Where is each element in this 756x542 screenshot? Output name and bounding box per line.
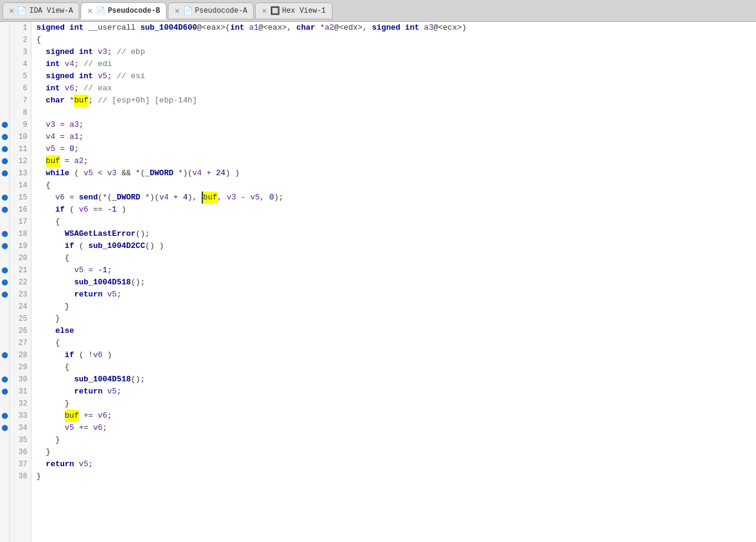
- ln-37: 37: [13, 458, 27, 470]
- ln-15: 15: [13, 192, 27, 204]
- bp-row-19: [1, 240, 8, 252]
- ln-5: 5: [13, 70, 27, 82]
- ln-14: 14: [13, 179, 27, 192]
- code-line-17: {: [36, 216, 756, 228]
- bp-row-27: [1, 337, 8, 349]
- ln-25: 25: [13, 313, 27, 325]
- code-line-13: while ( v5 < v3 && *(_DWORD *)(v4 + 24) …: [36, 167, 756, 179]
- bp-row-4: [1, 58, 8, 70]
- code-line-25: }: [36, 313, 756, 325]
- ln-28: 28: [13, 349, 27, 361]
- bp-row-16: [1, 204, 8, 216]
- tab-label-pseudocode-b: Pseudocode-B: [108, 7, 160, 15]
- code-line-30: sub_1004D518();: [36, 373, 756, 386]
- ln-18: 18: [13, 228, 27, 240]
- code-line-31: return v5;: [36, 386, 756, 398]
- code-line-16: if ( v6 == -1 ): [36, 204, 756, 216]
- ln-29: 29: [13, 361, 27, 373]
- ln-6: 6: [13, 82, 27, 95]
- code-line-3: signed int v3; // ebp: [36, 46, 756, 58]
- code-line-14: {: [36, 179, 756, 192]
- code-line-23: return v5;: [36, 289, 756, 301]
- bp-row-38: [1, 470, 8, 483]
- code-line-38: }: [36, 470, 756, 483]
- breakpoint-11: [2, 146, 8, 152]
- buf-highlight-7: buf: [74, 95, 88, 107]
- line-numbers: 1 2 3 4 5 6 7 8 9 10 11 12 13 14 15 16 1…: [10, 22, 31, 542]
- code-line-21: v5 = -1;: [36, 264, 756, 276]
- code-line-1: signed int __usercall sub_1004D600@<eax>…: [36, 22, 756, 34]
- breakpoint-12: [2, 158, 8, 164]
- ln-30: 30: [13, 373, 27, 386]
- ln-7: 7: [13, 95, 27, 107]
- breakpoint-13: [2, 170, 8, 176]
- ln-38: 38: [13, 470, 27, 483]
- bp-row-11: [1, 143, 8, 155]
- code-line-12: buf = a2;: [36, 155, 756, 167]
- code-line-19: if ( sub_1004D2CC() ): [36, 240, 756, 252]
- tab-pseudocode-a[interactable]: ✕ 📄 Pseudocode-A: [168, 2, 254, 19]
- ln-8: 8: [13, 107, 27, 119]
- buf-highlight-12: buf: [46, 155, 60, 167]
- code-line-37: return v5;: [36, 458, 756, 470]
- code-line-5: signed int v5; // esi: [36, 70, 756, 82]
- ln-22: 22: [13, 276, 27, 289]
- code-line-18: WSAGetLastError();: [36, 228, 756, 240]
- kw-signed: signed: [36, 22, 70, 34]
- breakpoint-34: [2, 425, 8, 431]
- ln-16: 16: [13, 204, 27, 216]
- breakpoint-15: [2, 195, 8, 201]
- bp-row-21: [1, 264, 8, 276]
- ln-20: 20: [13, 252, 27, 264]
- close-tab-pseudocode-a[interactable]: ✕: [174, 7, 179, 15]
- ln-35: 35: [13, 434, 27, 446]
- breakpoints-column: [0, 22, 10, 542]
- ln-13: 13: [13, 167, 27, 179]
- code-line-11: v5 = 0;: [36, 143, 756, 155]
- bp-row-31: [1, 386, 8, 398]
- code-line-27: {: [36, 337, 756, 349]
- bp-row-22: [1, 276, 8, 289]
- ln-11: 11: [13, 143, 27, 155]
- code-line-8: [36, 107, 756, 119]
- bp-row-34: [1, 422, 8, 434]
- breakpoint-19: [2, 243, 8, 249]
- ln-23: 23: [13, 289, 27, 301]
- code-line-10: v4 = a1;: [36, 131, 756, 143]
- code-funcname[interactable]: sub_1004D600: [141, 22, 197, 34]
- close-tab-pseudocode-b[interactable]: ✕: [87, 7, 92, 15]
- bp-row-13: [1, 167, 8, 179]
- tab-ida-view-a[interactable]: ✕ 📄 IDA View-A: [2, 2, 79, 19]
- bp-row-20: [1, 252, 8, 264]
- bp-row-17: [1, 216, 8, 228]
- breakpoint-33: [2, 413, 8, 419]
- code-container[interactable]: 1 2 3 4 5 6 7 8 9 10 11 12 13 14 15 16 1…: [0, 22, 756, 542]
- breakpoint-18: [2, 231, 8, 237]
- bp-row-32: [1, 398, 8, 410]
- bp-row-18: [1, 228, 8, 240]
- breakpoint-22: [2, 279, 8, 286]
- code-usercall: __usercall: [88, 22, 141, 34]
- code-line-32: }: [36, 398, 756, 410]
- breakpoint-23: [2, 292, 8, 298]
- tab-hex-view-1[interactable]: ✕ 🔲 Hex View-1: [255, 2, 332, 19]
- bp-row-25: [1, 313, 8, 325]
- ln-12: 12: [13, 155, 27, 167]
- tab-icon-ida-view-a: 📄: [17, 6, 27, 16]
- bp-row-24: [1, 301, 8, 313]
- tab-pseudocode-b[interactable]: ✕ 📄 Pseudocode-B: [81, 2, 167, 19]
- bp-row-33: [1, 410, 8, 422]
- ln-2: 2: [13, 34, 27, 46]
- bp-row-5: [1, 70, 8, 82]
- bp-row-2: [1, 34, 8, 46]
- bp-row-12: [1, 155, 8, 167]
- code-line-20: {: [36, 252, 756, 264]
- ln-33: 33: [13, 410, 27, 422]
- ln-1: 1: [13, 22, 27, 34]
- close-tab-hex-view-1[interactable]: ✕: [262, 7, 267, 15]
- code-editor[interactable]: signed int __usercall sub_1004D600@<eax>…: [31, 22, 756, 542]
- close-tab-ida-view-a[interactable]: ✕: [9, 7, 14, 15]
- kw-int: int: [70, 22, 88, 34]
- code-line-22: sub_1004D518();: [36, 276, 756, 289]
- bp-row-1: [1, 22, 8, 34]
